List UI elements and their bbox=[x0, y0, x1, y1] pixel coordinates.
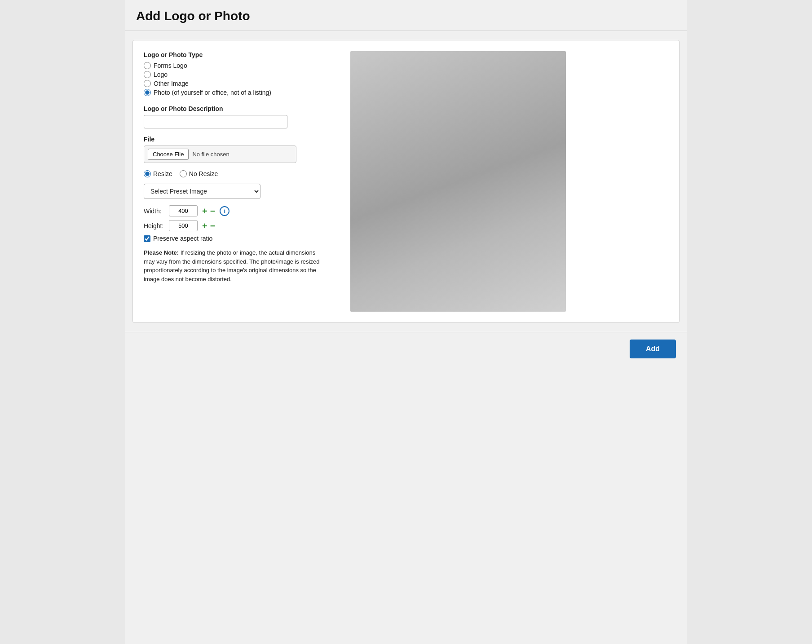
description-label: Logo or Photo Description bbox=[144, 105, 332, 112]
resize-group: Resize No Resize bbox=[144, 170, 332, 177]
radio-photo-label: Photo (of yourself or office, not of a l… bbox=[154, 89, 271, 96]
width-decrement-button[interactable]: − bbox=[209, 207, 216, 216]
no-resize-radio-input[interactable] bbox=[180, 170, 187, 177]
file-input-wrapper: Choose File No file chosen bbox=[144, 146, 296, 163]
width-increment-button[interactable]: + bbox=[201, 207, 208, 216]
radio-other-image-label: Other Image bbox=[154, 80, 189, 87]
height-input[interactable] bbox=[169, 220, 198, 231]
no-resize-radio[interactable]: No Resize bbox=[180, 170, 218, 177]
file-label: File bbox=[144, 136, 332, 143]
radio-logo[interactable]: Logo bbox=[144, 71, 332, 78]
preview-image bbox=[350, 51, 566, 312]
page-footer: Add bbox=[125, 332, 687, 366]
choose-file-button[interactable]: Choose File bbox=[148, 149, 189, 160]
radio-photo-input[interactable] bbox=[144, 89, 151, 96]
preset-select[interactable]: Select Preset Image bbox=[144, 184, 260, 199]
info-icon[interactable]: i bbox=[220, 206, 229, 216]
radio-logo-input[interactable] bbox=[144, 71, 151, 78]
radio-photo[interactable]: Photo (of yourself or office, not of a l… bbox=[144, 89, 332, 96]
width-label: Width: bbox=[144, 207, 165, 215]
width-steppers: + − bbox=[201, 207, 216, 216]
radio-other-image[interactable]: Other Image bbox=[144, 80, 332, 87]
resize-label: Resize bbox=[153, 170, 172, 177]
note-text: Please Note: If resizing the photo or im… bbox=[144, 248, 323, 283]
preview-area bbox=[350, 51, 668, 312]
radio-logo-label: Logo bbox=[154, 71, 168, 78]
radio-other-image-input[interactable] bbox=[144, 80, 151, 87]
preset-select-wrapper: Select Preset Image bbox=[144, 184, 332, 205]
page-title: Add Logo or Photo bbox=[136, 9, 676, 23]
radio-forms-logo-label: Forms Logo bbox=[154, 62, 187, 69]
radio-forms-logo-input[interactable] bbox=[144, 62, 151, 69]
height-row: Height: + − bbox=[144, 220, 332, 231]
resize-radio[interactable]: Resize bbox=[144, 170, 172, 177]
note-bold: Please Note: bbox=[144, 249, 179, 256]
height-increment-button[interactable]: + bbox=[201, 221, 208, 230]
height-decrement-button[interactable]: − bbox=[209, 221, 216, 230]
width-input[interactable] bbox=[169, 205, 198, 216]
height-label: Height: bbox=[144, 222, 165, 229]
preserve-ratio-row: Preserve aspect ratio bbox=[144, 235, 332, 242]
add-button[interactable]: Add bbox=[630, 340, 676, 358]
no-file-text: No file chosen bbox=[192, 151, 229, 158]
description-input[interactable] bbox=[144, 115, 287, 128]
resize-radio-input[interactable] bbox=[144, 170, 151, 177]
no-resize-label: No Resize bbox=[189, 170, 218, 177]
height-steppers: + − bbox=[201, 221, 216, 230]
preserve-ratio-checkbox[interactable] bbox=[144, 235, 150, 242]
type-section-label: Logo or Photo Type bbox=[144, 51, 332, 58]
preserve-ratio-label: Preserve aspect ratio bbox=[153, 235, 212, 242]
radio-forms-logo[interactable]: Forms Logo bbox=[144, 62, 332, 69]
width-row: Width: + − i bbox=[144, 205, 332, 216]
type-radio-group: Forms Logo Logo Other Image bbox=[144, 62, 332, 96]
